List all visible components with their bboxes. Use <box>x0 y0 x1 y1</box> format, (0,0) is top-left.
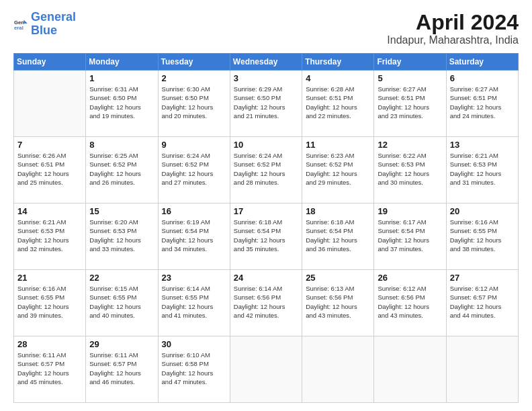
cell-info: Sunrise: 6:18 AM Sunset: 6:54 PM Dayligh… <box>306 218 370 253</box>
cell-info: Sunrise: 6:16 AM Sunset: 6:55 PM Dayligh… <box>450 218 515 253</box>
calendar-cell: 5Sunrise: 6:27 AM Sunset: 6:51 PM Daylig… <box>374 71 446 137</box>
cell-date: 15 <box>89 206 154 216</box>
cell-info: Sunrise: 6:24 AM Sunset: 6:52 PM Dayligh… <box>234 151 298 187</box>
calendar-week-row: 1Sunrise: 6:31 AM Sunset: 6:50 PM Daylig… <box>14 71 519 137</box>
logo-icon: Gen eral <box>13 17 28 32</box>
weekday-header: Sunday <box>14 54 86 71</box>
calendar-cell: 22Sunrise: 6:15 AM Sunset: 6:55 PM Dayli… <box>86 270 158 336</box>
calendar-cell <box>230 336 302 403</box>
calendar-cell: 29Sunrise: 6:11 AM Sunset: 6:57 PM Dayli… <box>86 336 158 403</box>
cell-date: 5 <box>378 73 442 83</box>
cell-date: 10 <box>234 140 298 150</box>
title-block: April 2024 Indapur, Maharashtra, India <box>387 11 519 46</box>
calendar-cell: 26Sunrise: 6:12 AM Sunset: 6:56 PM Dayli… <box>374 270 446 336</box>
cell-info: Sunrise: 6:14 AM Sunset: 6:55 PM Dayligh… <box>162 284 226 320</box>
cell-info: Sunrise: 6:27 AM Sunset: 6:51 PM Dayligh… <box>378 85 442 120</box>
cell-date: 3 <box>234 73 298 83</box>
weekday-header-row: SundayMondayTuesdayWednesdayThursdayFrid… <box>14 54 519 71</box>
cell-date: 1 <box>89 73 154 83</box>
cell-date: 2 <box>162 73 226 83</box>
cell-info: Sunrise: 6:15 AM Sunset: 6:55 PM Dayligh… <box>89 284 154 320</box>
cell-info: Sunrise: 6:20 AM Sunset: 6:53 PM Dayligh… <box>89 218 154 253</box>
calendar-cell: 20Sunrise: 6:16 AM Sunset: 6:55 PM Dayli… <box>446 203 518 270</box>
cell-date: 23 <box>162 273 226 283</box>
cell-date: 16 <box>162 206 226 216</box>
cell-info: Sunrise: 6:21 AM Sunset: 6:53 PM Dayligh… <box>17 218 82 253</box>
cell-info: Sunrise: 6:18 AM Sunset: 6:54 PM Dayligh… <box>234 218 298 253</box>
cell-info: Sunrise: 6:31 AM Sunset: 6:50 PM Dayligh… <box>89 85 154 120</box>
cell-info: Sunrise: 6:19 AM Sunset: 6:54 PM Dayligh… <box>162 218 226 253</box>
calendar-week-row: 14Sunrise: 6:21 AM Sunset: 6:53 PM Dayli… <box>14 203 519 270</box>
header: Gen eral GeneralBlue April 2024 Indapur,… <box>13 11 519 46</box>
weekday-header: Tuesday <box>158 54 230 71</box>
cell-info: Sunrise: 6:11 AM Sunset: 6:57 PM Dayligh… <box>17 351 82 386</box>
calendar-week-row: 21Sunrise: 6:16 AM Sunset: 6:55 PM Dayli… <box>14 270 519 336</box>
calendar-cell: 12Sunrise: 6:22 AM Sunset: 6:53 PM Dayli… <box>374 137 446 203</box>
cell-date: 14 <box>17 206 82 216</box>
calendar-cell: 25Sunrise: 6:13 AM Sunset: 6:56 PM Dayli… <box>302 270 374 336</box>
calendar-cell <box>14 71 86 137</box>
cell-info: Sunrise: 6:21 AM Sunset: 6:53 PM Dayligh… <box>450 151 515 187</box>
cell-info: Sunrise: 6:25 AM Sunset: 6:52 PM Dayligh… <box>89 151 154 187</box>
cell-info: Sunrise: 6:30 AM Sunset: 6:50 PM Dayligh… <box>162 85 226 120</box>
cell-date: 9 <box>162 140 226 150</box>
calendar-cell: 28Sunrise: 6:11 AM Sunset: 6:57 PM Dayli… <box>14 336 86 403</box>
cell-date: 13 <box>450 140 515 150</box>
calendar-cell: 9Sunrise: 6:24 AM Sunset: 6:52 PM Daylig… <box>158 137 230 203</box>
calendar-cell: 19Sunrise: 6:17 AM Sunset: 6:54 PM Dayli… <box>374 203 446 270</box>
cell-info: Sunrise: 6:27 AM Sunset: 6:51 PM Dayligh… <box>450 85 515 120</box>
svg-text:eral: eral <box>14 24 24 30</box>
cell-info: Sunrise: 6:23 AM Sunset: 6:52 PM Dayligh… <box>306 151 370 187</box>
cell-date: 30 <box>162 339 226 349</box>
cell-date: 26 <box>378 273 442 283</box>
cell-info: Sunrise: 6:16 AM Sunset: 6:55 PM Dayligh… <box>17 284 82 320</box>
cell-info: Sunrise: 6:12 AM Sunset: 6:56 PM Dayligh… <box>378 284 442 320</box>
cell-date: 12 <box>378 140 442 150</box>
calendar-cell: 13Sunrise: 6:21 AM Sunset: 6:53 PM Dayli… <box>446 137 518 203</box>
cell-date: 7 <box>17 140 82 150</box>
weekday-header: Saturday <box>446 54 518 71</box>
calendar-cell <box>374 336 446 403</box>
calendar-cell: 21Sunrise: 6:16 AM Sunset: 6:55 PM Dayli… <box>14 270 86 336</box>
cell-info: Sunrise: 6:24 AM Sunset: 6:52 PM Dayligh… <box>162 151 226 187</box>
cell-date: 29 <box>89 339 154 349</box>
cell-date: 22 <box>89 273 154 283</box>
calendar-cell: 24Sunrise: 6:14 AM Sunset: 6:56 PM Dayli… <box>230 270 302 336</box>
weekday-header: Friday <box>374 54 446 71</box>
calendar-week-row: 28Sunrise: 6:11 AM Sunset: 6:57 PM Dayli… <box>14 336 519 403</box>
cell-info: Sunrise: 6:10 AM Sunset: 6:58 PM Dayligh… <box>162 351 226 386</box>
cell-date: 4 <box>306 73 370 83</box>
cell-date: 27 <box>450 273 515 283</box>
calendar-cell: 4Sunrise: 6:28 AM Sunset: 6:51 PM Daylig… <box>302 71 374 137</box>
calendar-table: SundayMondayTuesdayWednesdayThursdayFrid… <box>13 53 519 403</box>
calendar-cell: 30Sunrise: 6:10 AM Sunset: 6:58 PM Dayli… <box>158 336 230 403</box>
cell-date: 18 <box>306 206 370 216</box>
calendar-cell: 23Sunrise: 6:14 AM Sunset: 6:55 PM Dayli… <box>158 270 230 336</box>
calendar-cell: 10Sunrise: 6:24 AM Sunset: 6:52 PM Dayli… <box>230 137 302 203</box>
page-title: April 2024 <box>387 11 519 34</box>
logo: Gen eral GeneralBlue <box>13 11 76 38</box>
calendar-cell: 11Sunrise: 6:23 AM Sunset: 6:52 PM Dayli… <box>302 137 374 203</box>
cell-date: 19 <box>378 206 442 216</box>
weekday-header: Thursday <box>302 54 374 71</box>
calendar-cell <box>302 336 374 403</box>
calendar-cell: 14Sunrise: 6:21 AM Sunset: 6:53 PM Dayli… <box>14 203 86 270</box>
weekday-header: Wednesday <box>230 54 302 71</box>
cell-info: Sunrise: 6:22 AM Sunset: 6:53 PM Dayligh… <box>378 151 442 187</box>
cell-info: Sunrise: 6:29 AM Sunset: 6:50 PM Dayligh… <box>234 85 298 120</box>
calendar-cell: 15Sunrise: 6:20 AM Sunset: 6:53 PM Dayli… <box>86 203 158 270</box>
cell-date: 11 <box>306 140 370 150</box>
cell-date: 28 <box>17 339 82 349</box>
cell-date: 25 <box>306 273 370 283</box>
page-subtitle: Indapur, Maharashtra, India <box>387 34 519 46</box>
cell-date: 8 <box>89 140 154 150</box>
calendar-cell <box>446 336 518 403</box>
cell-info: Sunrise: 6:17 AM Sunset: 6:54 PM Dayligh… <box>378 218 442 253</box>
calendar-cell: 6Sunrise: 6:27 AM Sunset: 6:51 PM Daylig… <box>446 71 518 137</box>
page: Gen eral GeneralBlue April 2024 Indapur,… <box>0 0 532 411</box>
cell-date: 6 <box>450 73 515 83</box>
cell-date: 24 <box>234 273 298 283</box>
cell-info: Sunrise: 6:26 AM Sunset: 6:51 PM Dayligh… <box>17 151 82 187</box>
cell-info: Sunrise: 6:12 AM Sunset: 6:57 PM Dayligh… <box>450 284 515 320</box>
calendar-cell: 1Sunrise: 6:31 AM Sunset: 6:50 PM Daylig… <box>86 71 158 137</box>
